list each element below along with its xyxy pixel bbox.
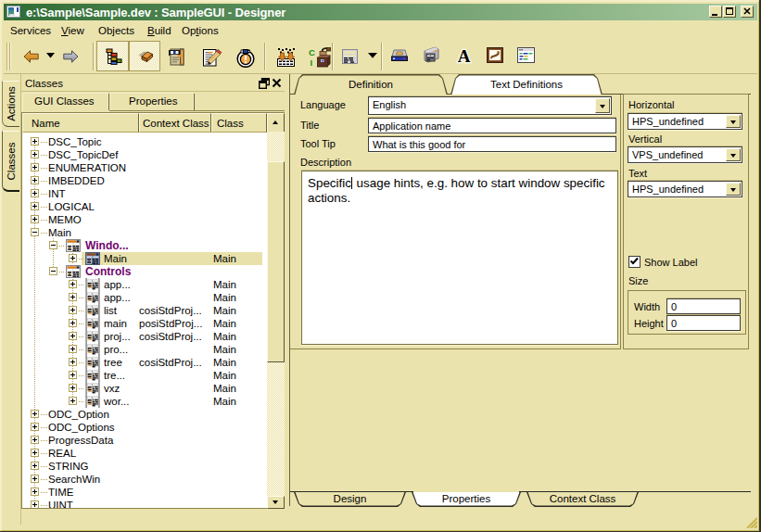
svg-text:I: I: [311, 57, 313, 68]
svg-text:A: A: [458, 47, 471, 64]
svg-text:C: C: [309, 47, 315, 57]
